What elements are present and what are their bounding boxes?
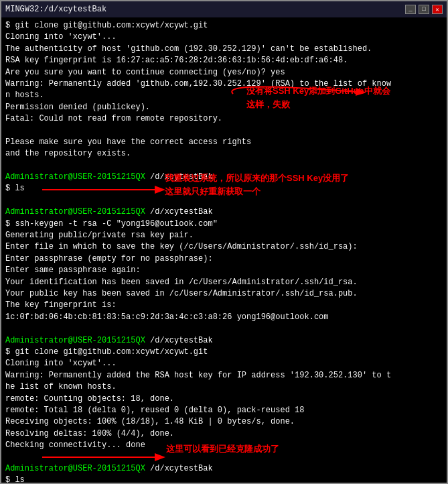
terminal-text: $ git clone git@github.com:xcywt/xcywt.g… <box>5 20 443 483</box>
maximize-button[interactable]: □ <box>419 5 429 14</box>
terminal-content: $ git clone git@github.com:xcywt/xcywt.g… <box>5 20 443 480</box>
terminal-body[interactable]: $ git clone git@github.com:xcywt/xcywt.g… <box>1 17 447 483</box>
close-button[interactable]: ✕ <box>432 5 443 14</box>
window-title: MINGW32:/d/xcytestBak <box>5 5 106 14</box>
terminal-window: MINGW32:/d/xcytestBak _ □ ✕ $ git clone … <box>0 0 448 484</box>
titlebar: MINGW32:/d/xcytestBak _ □ ✕ <box>1 1 447 17</box>
window-controls: _ □ ✕ <box>405 5 443 14</box>
minimize-button[interactable]: _ <box>405 5 416 14</box>
